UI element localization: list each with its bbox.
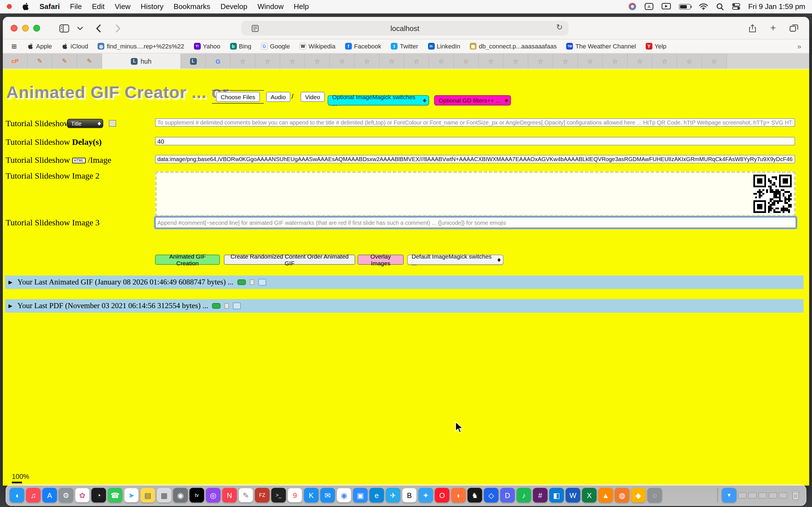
- imagemagick-switches-select[interactable]: Optional ImageMagick switches ...: [327, 95, 429, 105]
- menu-edit[interactable]: Edit: [92, 2, 105, 11]
- bookmark-bing[interactable]: bBing: [230, 43, 251, 50]
- dock-downloads-folder-icon[interactable]: ▼: [722, 488, 737, 503]
- randomized-gif-button[interactable]: Create Randomized Content Order Animated…: [224, 255, 355, 265]
- menu-window[interactable]: Window: [257, 2, 284, 11]
- tab-overview-icon[interactable]: [788, 22, 800, 34]
- animated-gif-creation-button[interactable]: Animated GIF Creation: [155, 255, 220, 265]
- disclosure-triangle-icon[interactable]: ▶: [8, 279, 12, 285]
- bookmark-wikipedia[interactable]: WWikipedia: [299, 43, 335, 50]
- tab[interactable]: ☆: [702, 54, 727, 69]
- bookmark-facebook[interactable]: fFacebook: [345, 43, 382, 50]
- control-center-icon[interactable]: [732, 3, 741, 10]
- tab[interactable]: ☆: [603, 54, 627, 69]
- dock-chrome-icon[interactable]: ◉: [337, 488, 351, 503]
- minimized-window-thumbnail[interactable]: [758, 492, 767, 498]
- bookmark-db-connect-p-aaasaaafaas[interactable]: ▣db_connect.p...aaasaaafaas: [470, 43, 557, 50]
- minimize-window-button[interactable]: [22, 25, 29, 32]
- tab[interactable]: ☆: [429, 54, 454, 69]
- tab[interactable]: ☆: [330, 54, 355, 69]
- dock-vlc-icon[interactable]: ▲: [598, 488, 613, 503]
- minimized-window-thumbnail[interactable]: [748, 492, 757, 498]
- green-badge-icon[interactable]: [238, 279, 246, 285]
- minimized-window-thumbnail[interactable]: [738, 492, 747, 498]
- gd-filters-select[interactable]: Optional GD filters++ ...: [434, 95, 511, 105]
- tab[interactable]: ☆: [355, 54, 379, 69]
- tab[interactable]: ☆: [280, 54, 305, 69]
- dock-safari-icon[interactable]: ✦: [418, 488, 433, 503]
- bookmark-twitter[interactable]: tTwitter: [391, 43, 418, 50]
- share-icon[interactable]: [746, 22, 758, 34]
- page-settings-icon[interactable]: [252, 25, 259, 34]
- tab[interactable]: ☆: [231, 54, 255, 69]
- image3-comment-input[interactable]: [155, 217, 796, 228]
- reload-icon[interactable]: ↻: [556, 22, 563, 32]
- dock-trash-icon[interactable]: [789, 488, 802, 503]
- menu-bookmarks[interactable]: Bookmarks: [174, 2, 210, 11]
- data-url-input[interactable]: [155, 155, 795, 163]
- dock-excel-icon[interactable]: X: [582, 488, 597, 503]
- tab[interactable]: ☆: [379, 54, 404, 69]
- dock-preview-icon[interactable]: ◌: [647, 488, 662, 503]
- overlay-images-button[interactable]: Overlay Images: [357, 255, 404, 265]
- disclosure-triangle-icon[interactable]: ▶: [8, 303, 12, 309]
- dock-news-icon[interactable]: N: [222, 488, 237, 503]
- tab[interactable]: ☆: [454, 54, 479, 69]
- bookmarks-overflow-chevron[interactable]: »: [797, 42, 801, 50]
- menu-help[interactable]: Help: [294, 2, 309, 11]
- bookmark-find-minus-rep-22s-22[interactable]: ◍find_minus....rep+%22s%22: [98, 43, 185, 50]
- bookmark-yelp[interactable]: YYelp: [646, 43, 666, 50]
- dock-opera-icon[interactable]: O: [435, 488, 449, 503]
- tab[interactable]: ☆: [677, 54, 702, 69]
- bookmark-yahoo[interactable]: Y!Yahoo: [194, 43, 220, 50]
- tab[interactable]: cP: [3, 54, 28, 69]
- sidebar-icon[interactable]: [58, 22, 70, 34]
- dock-calendar-icon[interactable]: 9: [288, 488, 302, 503]
- wifi-icon[interactable]: [699, 3, 708, 10]
- input-source-icon[interactable]: A: [645, 3, 654, 10]
- tab[interactable]: G: [206, 54, 231, 69]
- tab[interactable]: ☆: [652, 54, 677, 69]
- dock-launchpad-icon[interactable]: ▦: [157, 488, 171, 503]
- dock-docker-icon[interactable]: ◇: [484, 488, 499, 503]
- close-window-button[interactable]: [11, 25, 17, 32]
- last-pdf-bar[interactable]: ▶ Your Last PDF (November 03 2021 06:14:…: [5, 299, 804, 313]
- tab-huh[interactable]: Lhuh: [102, 54, 181, 69]
- tab[interactable]: ☆: [553, 54, 578, 69]
- chevron-down-icon[interactable]: [76, 22, 84, 34]
- default-imagemagick-select[interactable]: Default ImageMagick switches ...: [407, 255, 504, 265]
- menu-develop[interactable]: Develop: [220, 2, 247, 11]
- url-field[interactable]: localhost ↻: [241, 21, 568, 36]
- blue-app-icon[interactable]: [258, 279, 266, 286]
- dock-maps-icon[interactable]: ➤: [124, 488, 139, 503]
- tab[interactable]: ☆: [255, 54, 280, 69]
- choose-files-button[interactable]: Choose Files: [216, 92, 260, 102]
- dock-app-store-icon[interactable]: A: [42, 488, 57, 503]
- dock-bear-icon[interactable]: B: [402, 488, 417, 503]
- active-app-name[interactable]: Safari: [40, 2, 60, 11]
- dock-terminal-icon[interactable]: >_: [271, 488, 286, 503]
- dock-finder-icon[interactable]: ◖: [10, 488, 24, 503]
- dock-photos-icon[interactable]: ✿: [75, 488, 90, 503]
- bookmark-the-weather-channel[interactable]: TWThe Weather Channel: [566, 43, 636, 50]
- dock-music-icon[interactable]: ♫: [26, 488, 41, 503]
- dock-mail-icon[interactable]: ✉: [320, 488, 335, 503]
- dock-notes-icon[interactable]: ▤: [140, 488, 155, 503]
- dock-vscode-icon[interactable]: ◧: [549, 488, 564, 503]
- bookmark-favorites[interactable]: ⊞: [11, 43, 17, 50]
- menu-file[interactable]: File: [70, 2, 82, 11]
- dock-tv-icon[interactable]: tv: [190, 488, 204, 503]
- tab[interactable]: ✎: [77, 54, 102, 69]
- battery-icon[interactable]: [679, 4, 691, 9]
- app-logo-icon[interactable]: [628, 2, 637, 11]
- menubar-clock[interactable]: Fri 9 Jan 1:59 pm: [748, 2, 805, 11]
- gray-doc-icon[interactable]: [250, 279, 254, 285]
- menu-history[interactable]: History: [141, 2, 163, 11]
- tab[interactable]: ✎: [52, 54, 77, 69]
- title-select[interactable]: Title: [67, 119, 103, 128]
- dock-textedit-icon[interactable]: ✎: [239, 488, 253, 503]
- dock-zoom-icon[interactable]: ▣: [353, 488, 368, 503]
- dock-keynote-icon[interactable]: K: [304, 488, 319, 503]
- dock-edge-icon[interactable]: e: [369, 488, 384, 503]
- dock-camera-icon[interactable]: ◉: [173, 488, 188, 503]
- delay-input[interactable]: [155, 137, 795, 145]
